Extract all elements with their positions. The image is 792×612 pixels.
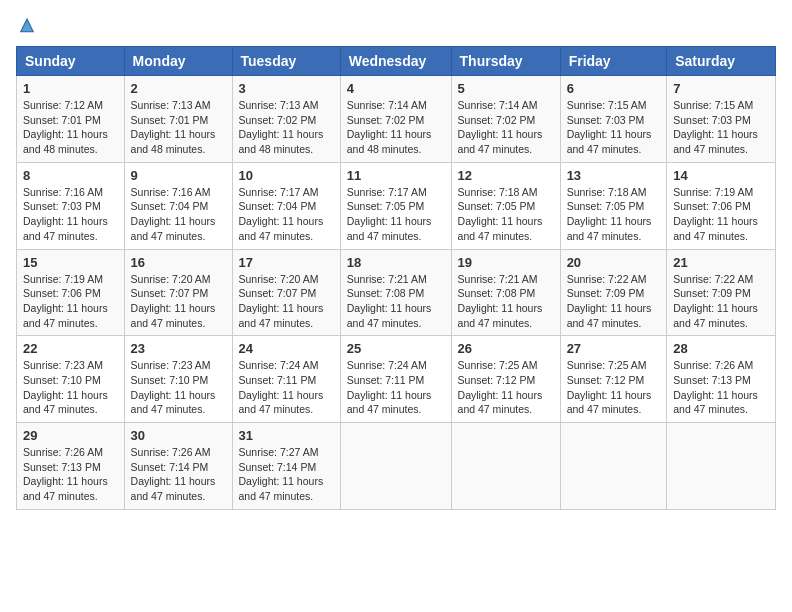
calendar-day-cell: 8 Sunrise: 7:16 AM Sunset: 7:03 PM Dayli… xyxy=(17,162,125,249)
calendar-day-cell: 11 Sunrise: 7:17 AM Sunset: 7:05 PM Dayl… xyxy=(340,162,451,249)
day-info: Sunrise: 7:13 AM Sunset: 7:02 PM Dayligh… xyxy=(239,98,334,157)
day-info: Sunrise: 7:26 AM Sunset: 7:14 PM Dayligh… xyxy=(131,445,226,504)
day-number: 1 xyxy=(23,81,118,96)
calendar-day-cell: 21 Sunrise: 7:22 AM Sunset: 7:09 PM Dayl… xyxy=(667,249,776,336)
day-info: Sunrise: 7:12 AM Sunset: 7:01 PM Dayligh… xyxy=(23,98,118,157)
day-info: Sunrise: 7:25 AM Sunset: 7:12 PM Dayligh… xyxy=(458,358,554,417)
calendar-day-cell: 10 Sunrise: 7:17 AM Sunset: 7:04 PM Dayl… xyxy=(232,162,340,249)
calendar-day-cell: 30 Sunrise: 7:26 AM Sunset: 7:14 PM Dayl… xyxy=(124,423,232,510)
day-info: Sunrise: 7:19 AM Sunset: 7:06 PM Dayligh… xyxy=(23,272,118,331)
calendar-day-cell: 12 Sunrise: 7:18 AM Sunset: 7:05 PM Dayl… xyxy=(451,162,560,249)
day-info: Sunrise: 7:18 AM Sunset: 7:05 PM Dayligh… xyxy=(567,185,661,244)
calendar-day-cell: 20 Sunrise: 7:22 AM Sunset: 7:09 PM Dayl… xyxy=(560,249,667,336)
calendar-day-cell: 13 Sunrise: 7:18 AM Sunset: 7:05 PM Dayl… xyxy=(560,162,667,249)
day-number: 21 xyxy=(673,255,769,270)
day-number: 10 xyxy=(239,168,334,183)
calendar-day-cell: 28 Sunrise: 7:26 AM Sunset: 7:13 PM Dayl… xyxy=(667,336,776,423)
calendar-day-cell: 22 Sunrise: 7:23 AM Sunset: 7:10 PM Dayl… xyxy=(17,336,125,423)
calendar-day-cell: 4 Sunrise: 7:14 AM Sunset: 7:02 PM Dayli… xyxy=(340,76,451,163)
day-number: 20 xyxy=(567,255,661,270)
weekday-header: Sunday xyxy=(17,47,125,76)
weekday-header-row: SundayMondayTuesdayWednesdayThursdayFrid… xyxy=(17,47,776,76)
calendar-week-row: 22 Sunrise: 7:23 AM Sunset: 7:10 PM Dayl… xyxy=(17,336,776,423)
calendar-day-cell: 16 Sunrise: 7:20 AM Sunset: 7:07 PM Dayl… xyxy=(124,249,232,336)
calendar-day-cell: 29 Sunrise: 7:26 AM Sunset: 7:13 PM Dayl… xyxy=(17,423,125,510)
calendar-day-cell: 24 Sunrise: 7:24 AM Sunset: 7:11 PM Dayl… xyxy=(232,336,340,423)
calendar-day-cell xyxy=(340,423,451,510)
calendar-day-cell xyxy=(560,423,667,510)
calendar-week-row: 15 Sunrise: 7:19 AM Sunset: 7:06 PM Dayl… xyxy=(17,249,776,336)
day-info: Sunrise: 7:21 AM Sunset: 7:08 PM Dayligh… xyxy=(347,272,445,331)
day-number: 16 xyxy=(131,255,226,270)
day-info: Sunrise: 7:26 AM Sunset: 7:13 PM Dayligh… xyxy=(23,445,118,504)
day-number: 4 xyxy=(347,81,445,96)
calendar-day-cell: 27 Sunrise: 7:25 AM Sunset: 7:12 PM Dayl… xyxy=(560,336,667,423)
weekday-header: Thursday xyxy=(451,47,560,76)
calendar-day-cell: 17 Sunrise: 7:20 AM Sunset: 7:07 PM Dayl… xyxy=(232,249,340,336)
day-info: Sunrise: 7:19 AM Sunset: 7:06 PM Dayligh… xyxy=(673,185,769,244)
day-number: 25 xyxy=(347,341,445,356)
day-info: Sunrise: 7:24 AM Sunset: 7:11 PM Dayligh… xyxy=(347,358,445,417)
calendar-day-cell: 25 Sunrise: 7:24 AM Sunset: 7:11 PM Dayl… xyxy=(340,336,451,423)
day-info: Sunrise: 7:20 AM Sunset: 7:07 PM Dayligh… xyxy=(131,272,226,331)
day-info: Sunrise: 7:18 AM Sunset: 7:05 PM Dayligh… xyxy=(458,185,554,244)
day-number: 11 xyxy=(347,168,445,183)
day-number: 18 xyxy=(347,255,445,270)
day-number: 24 xyxy=(239,341,334,356)
logo xyxy=(16,16,36,34)
day-info: Sunrise: 7:24 AM Sunset: 7:11 PM Dayligh… xyxy=(239,358,334,417)
calendar-day-cell: 7 Sunrise: 7:15 AM Sunset: 7:03 PM Dayli… xyxy=(667,76,776,163)
calendar-day-cell: 19 Sunrise: 7:21 AM Sunset: 7:08 PM Dayl… xyxy=(451,249,560,336)
day-number: 19 xyxy=(458,255,554,270)
day-number: 15 xyxy=(23,255,118,270)
calendar-day-cell: 14 Sunrise: 7:19 AM Sunset: 7:06 PM Dayl… xyxy=(667,162,776,249)
weekday-header: Monday xyxy=(124,47,232,76)
day-info: Sunrise: 7:25 AM Sunset: 7:12 PM Dayligh… xyxy=(567,358,661,417)
calendar-day-cell xyxy=(667,423,776,510)
day-info: Sunrise: 7:14 AM Sunset: 7:02 PM Dayligh… xyxy=(347,98,445,157)
calendar-day-cell: 23 Sunrise: 7:23 AM Sunset: 7:10 PM Dayl… xyxy=(124,336,232,423)
day-number: 17 xyxy=(239,255,334,270)
calendar-day-cell: 3 Sunrise: 7:13 AM Sunset: 7:02 PM Dayli… xyxy=(232,76,340,163)
day-info: Sunrise: 7:23 AM Sunset: 7:10 PM Dayligh… xyxy=(23,358,118,417)
calendar-day-cell xyxy=(451,423,560,510)
day-info: Sunrise: 7:26 AM Sunset: 7:13 PM Dayligh… xyxy=(673,358,769,417)
day-info: Sunrise: 7:17 AM Sunset: 7:05 PM Dayligh… xyxy=(347,185,445,244)
day-number: 29 xyxy=(23,428,118,443)
calendar-day-cell: 1 Sunrise: 7:12 AM Sunset: 7:01 PM Dayli… xyxy=(17,76,125,163)
day-info: Sunrise: 7:22 AM Sunset: 7:09 PM Dayligh… xyxy=(567,272,661,331)
day-number: 26 xyxy=(458,341,554,356)
day-info: Sunrise: 7:15 AM Sunset: 7:03 PM Dayligh… xyxy=(567,98,661,157)
calendar-week-row: 8 Sunrise: 7:16 AM Sunset: 7:03 PM Dayli… xyxy=(17,162,776,249)
weekday-header: Friday xyxy=(560,47,667,76)
page-header xyxy=(16,16,776,34)
day-info: Sunrise: 7:16 AM Sunset: 7:04 PM Dayligh… xyxy=(131,185,226,244)
day-info: Sunrise: 7:22 AM Sunset: 7:09 PM Dayligh… xyxy=(673,272,769,331)
calendar-day-cell: 31 Sunrise: 7:27 AM Sunset: 7:14 PM Dayl… xyxy=(232,423,340,510)
day-info: Sunrise: 7:16 AM Sunset: 7:03 PM Dayligh… xyxy=(23,185,118,244)
day-number: 22 xyxy=(23,341,118,356)
day-number: 2 xyxy=(131,81,226,96)
day-number: 5 xyxy=(458,81,554,96)
day-info: Sunrise: 7:14 AM Sunset: 7:02 PM Dayligh… xyxy=(458,98,554,157)
day-number: 9 xyxy=(131,168,226,183)
weekday-header: Wednesday xyxy=(340,47,451,76)
day-number: 8 xyxy=(23,168,118,183)
day-info: Sunrise: 7:20 AM Sunset: 7:07 PM Dayligh… xyxy=(239,272,334,331)
calendar-day-cell: 15 Sunrise: 7:19 AM Sunset: 7:06 PM Dayl… xyxy=(17,249,125,336)
day-number: 3 xyxy=(239,81,334,96)
weekday-header: Tuesday xyxy=(232,47,340,76)
day-number: 28 xyxy=(673,341,769,356)
day-info: Sunrise: 7:23 AM Sunset: 7:10 PM Dayligh… xyxy=(131,358,226,417)
day-number: 30 xyxy=(131,428,226,443)
calendar-week-row: 29 Sunrise: 7:26 AM Sunset: 7:13 PM Dayl… xyxy=(17,423,776,510)
calendar-week-row: 1 Sunrise: 7:12 AM Sunset: 7:01 PM Dayli… xyxy=(17,76,776,163)
day-number: 31 xyxy=(239,428,334,443)
day-number: 14 xyxy=(673,168,769,183)
day-info: Sunrise: 7:17 AM Sunset: 7:04 PM Dayligh… xyxy=(239,185,334,244)
day-info: Sunrise: 7:27 AM Sunset: 7:14 PM Dayligh… xyxy=(239,445,334,504)
day-number: 27 xyxy=(567,341,661,356)
day-info: Sunrise: 7:13 AM Sunset: 7:01 PM Dayligh… xyxy=(131,98,226,157)
calendar-table: SundayMondayTuesdayWednesdayThursdayFrid… xyxy=(16,46,776,510)
day-info: Sunrise: 7:21 AM Sunset: 7:08 PM Dayligh… xyxy=(458,272,554,331)
